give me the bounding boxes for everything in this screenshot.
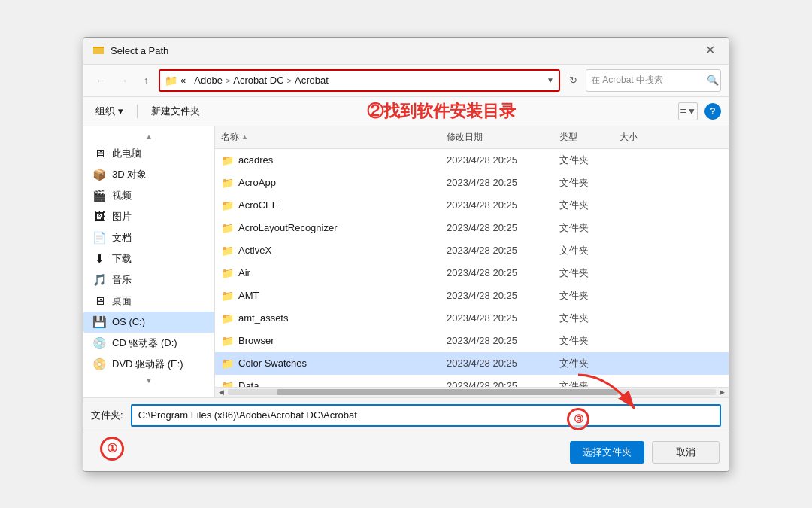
sidebar-item-pictures[interactable]: 🖼 图片 [83, 206, 214, 227]
cancel-button[interactable]: 取消 [652, 441, 720, 464]
h-scroll-right[interactable]: ▶ [717, 388, 727, 396]
col-header-size[interactable]: 大小 [614, 129, 729, 145]
file-row-activex[interactable]: 📁ActiveX 2023/4/28 20:25 文件夹 [215, 239, 729, 262]
view-buttons: ≣ ▼ ? [678, 102, 721, 120]
h-scroll-left[interactable]: ◀ [217, 388, 226, 396]
file-size-amt-assets [614, 317, 729, 320]
file-name-air: Air [238, 267, 250, 278]
search-icon[interactable]: 🔍 [707, 75, 719, 86]
dialog-title: Select a Path [111, 45, 168, 56]
file-size-acrocef [614, 204, 729, 207]
close-button[interactable]: ✕ [701, 43, 720, 58]
search-box[interactable]: 🔍 [586, 69, 721, 92]
refresh-button[interactable]: ↻ [563, 71, 583, 90]
path-input[interactable] [131, 404, 721, 427]
title-bar: Select a Path ✕ [83, 38, 729, 65]
col-header-date[interactable]: 修改日期 [441, 129, 553, 145]
file-list-scroll[interactable]: 📁acadres 2023/4/28 20:25 文件夹 📁AcroApp 20… [215, 149, 729, 387]
file-size-amt [614, 294, 729, 297]
file-type-amt: 文件夹 [553, 287, 614, 304]
h-scroll-track[interactable] [228, 389, 716, 395]
sort-arrow: ▲ [241, 133, 248, 141]
svg-rect-1 [93, 48, 104, 54]
sidebar-item-cd-d[interactable]: 💿 CD 驱动器 (D:) [83, 333, 214, 354]
folder-icon-data: 📁 [221, 380, 234, 387]
help-button[interactable]: ? [704, 103, 721, 120]
file-name-acrolayout: AcroLayoutRecognizer [238, 222, 338, 233]
sidebar-item-video[interactable]: 🎬 视频 [83, 185, 214, 206]
sidebar-label-downloads: 下载 [112, 252, 132, 266]
file-date-acadres: 2023/4/28 20:25 [441, 153, 553, 167]
folder-icon-amt-assets: 📁 [221, 312, 234, 324]
file-row-amt-assets[interactable]: 📁amt_assets 2023/4/28 20:25 文件夹 [215, 307, 729, 330]
file-type-activex: 文件夹 [553, 242, 614, 259]
breadcrumb-adobe[interactable]: Adobe [194, 75, 223, 86]
forward-button[interactable]: → [114, 71, 133, 90]
view-icon-button[interactable]: ≣ ▼ [678, 102, 698, 120]
file-size-browser [614, 339, 729, 342]
new-folder-button[interactable]: 新建文件夹 [147, 102, 205, 120]
file-size-air [614, 272, 729, 275]
folder-icon-browser: 📁 [221, 335, 234, 347]
back-button[interactable]: ← [91, 71, 111, 90]
sidebar-item-os-c[interactable]: 💾 OS (C:) [83, 312, 214, 333]
sidebar-item-3d[interactable]: 📦 3D 对象 [83, 164, 214, 185]
os-c-icon: 💾 [92, 315, 106, 329]
sidebar-item-docs[interactable]: 📄 文档 [83, 227, 214, 248]
divider-btn [701, 104, 701, 119]
confirm-button[interactable]: 选择文件夹 [570, 441, 644, 464]
file-date-activex: 2023/4/28 20:25 [441, 243, 553, 257]
organize-button[interactable]: 组织 ▾ [91, 102, 128, 120]
file-type-acadres: 文件夹 [553, 152, 614, 169]
up-button[interactable]: ↑ [136, 71, 156, 90]
h-scroll-thumb[interactable] [277, 389, 618, 395]
search-input[interactable] [591, 75, 704, 86]
video-icon: 🎬 [92, 189, 106, 202]
sidebar-scroll-up[interactable]: ▲ [83, 131, 214, 143]
dialog-icon [92, 44, 105, 56]
file-row-color-swatches[interactable]: 📁Color Swatches 2023/4/28 20:25 文件夹 [215, 352, 729, 375]
col-header-name[interactable]: 名称 ▲ [215, 129, 441, 145]
file-date-acroappp: 2023/4/28 20:25 [441, 175, 553, 190]
sidebar-item-desktop[interactable]: 🖥 桌面 [83, 291, 214, 312]
3d-icon: 📦 [92, 168, 106, 181]
sidebar-label-3d: 3D 对象 [112, 168, 147, 181]
pictures-icon: 🖼 [92, 210, 106, 223]
breadcrumb-acrobat[interactable]: Acrobat [295, 75, 329, 86]
folder-icon: 📁 [165, 75, 177, 87]
sidebar-scroll-down[interactable]: ▼ [83, 375, 214, 387]
file-name-acadres: acadres [238, 154, 273, 166]
file-list-area: 名称 ▲ 修改日期 类型 大小 📁acadres 2023/4/28 20:25… [215, 126, 729, 397]
sidebar-item-this-pc[interactable]: 🖥 此电脑 [83, 143, 214, 164]
address-row: ← → ↑ 📁 « Adobe > Acrobat DC > Acrobat ▼… [83, 65, 729, 97]
file-row-air[interactable]: 📁Air 2023/4/28 20:25 文件夹 [215, 262, 729, 284]
col-name-label: 名称 [221, 131, 239, 144]
file-row-data[interactable]: 📁Data 2023/4/28 20:25 文件夹 [215, 375, 729, 387]
sidebar-item-dvd-e[interactable]: 📀 DVD 驱动器 (E:) [83, 354, 214, 375]
file-row-acadres[interactable]: 📁acadres 2023/4/28 20:25 文件夹 [215, 149, 729, 172]
folder-icon-acadres: 📁 [221, 154, 234, 166]
address-bar[interactable]: 📁 « Adobe > Acrobat DC > Acrobat ▼ [159, 69, 560, 92]
file-row-acrocef[interactable]: 📁AcroCEF 2023/4/28 20:25 文件夹 [215, 194, 729, 217]
file-date-amt: 2023/4/28 20:25 [441, 288, 553, 303]
file-row-browser[interactable]: 📁Browser 2023/4/28 20:25 文件夹 [215, 330, 729, 352]
file-date-acrocef: 2023/4/28 20:25 [441, 198, 553, 212]
col-header-type[interactable]: 类型 [553, 129, 614, 145]
path-label: 文件夹: [91, 409, 123, 422]
breadcrumb-acrobat-dc[interactable]: Acrobat DC [233, 75, 283, 86]
file-row-acrolayout[interactable]: 📁AcroLayoutRecognizer 2023/4/28 20:25 文件… [215, 217, 729, 239]
col-date-label: 修改日期 [447, 131, 483, 144]
horizontal-scrollbar[interactable]: ◀ ▶ [215, 387, 729, 397]
breadcrumb-prefix: « [180, 75, 186, 86]
sidebar-item-downloads[interactable]: ⬇ 下载 [83, 248, 214, 269]
file-row-acroappp[interactable]: 📁AcroApp 2023/4/28 20:25 文件夹 [215, 172, 729, 194]
breadcrumb-arrow-2: > [287, 76, 292, 85]
address-dropdown-button[interactable]: ▼ [547, 76, 554, 84]
file-size-acrolayout [614, 227, 729, 230]
folder-icon-acrocef: 📁 [221, 199, 234, 211]
button-row: 选择文件夹 取消 [83, 433, 729, 471]
file-row-amt[interactable]: 📁AMT 2023/4/28 20:25 文件夹 [215, 284, 729, 307]
sidebar-label-pictures: 图片 [112, 210, 132, 224]
sidebar-item-music[interactable]: 🎵 音乐 [83, 269, 214, 291]
sidebar-label-dvd-e: DVD 驱动器 (E:) [112, 357, 183, 371]
